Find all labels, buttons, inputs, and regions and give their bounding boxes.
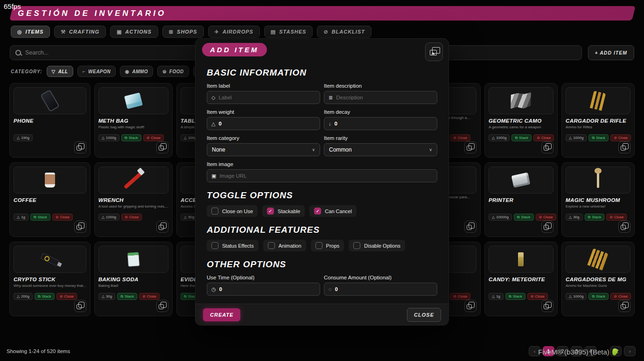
toggle-can-cancel[interactable]: ✓Can Cancel xyxy=(309,205,356,217)
category-chip-food[interactable]: ⊜FOOD xyxy=(157,66,189,77)
item-description: Why would someone ever buy money that... xyxy=(14,284,86,288)
item-label-input[interactable] xyxy=(218,95,315,100)
tab-items[interactable]: ◎ITEMS xyxy=(11,26,50,38)
item-card-cargador-de-rifle[interactable]: CARGADOR DE RIFLEAmmo for Rifles△1000g⧉S… xyxy=(561,83,635,158)
badge-label: 10000g xyxy=(496,215,509,219)
item-card-geometric-camo[interactable]: GEOMETRIC CAMOA geometric camo for a wea… xyxy=(484,83,558,158)
copy-item-button[interactable] xyxy=(541,141,553,153)
stack-badge: ⧉Stack xyxy=(35,293,55,300)
weight-badge: △30g xyxy=(566,214,583,221)
consume-amount-input[interactable] xyxy=(335,286,433,292)
category-chip-weapon[interactable]: ⌐WEAPON xyxy=(77,66,116,77)
item-image xyxy=(98,246,168,273)
checkbox-label: Status Effects xyxy=(222,243,254,249)
use-time-input[interactable] xyxy=(219,286,315,292)
copy-item-button[interactable] xyxy=(74,300,86,312)
weapon-icon: ⌐ xyxy=(83,69,85,74)
copy-item-button[interactable] xyxy=(541,300,553,312)
tab-label: SHOPS xyxy=(177,29,197,35)
tab-airdrops[interactable]: ✈AIRDROPS xyxy=(208,26,260,38)
badge-label: 50g xyxy=(188,215,194,219)
modal-footer: CREATE CLOSE xyxy=(196,304,448,325)
weight-icon: △ xyxy=(569,294,572,299)
weight-badge: △30g xyxy=(98,293,116,300)
feature-disable-options[interactable]: Disable Options xyxy=(349,240,405,251)
toggle-stackable[interactable]: ✓Stackable xyxy=(262,205,305,217)
badge-label: Close xyxy=(147,294,156,299)
bullets3-art xyxy=(590,90,606,111)
create-button[interactable]: CREATE xyxy=(203,308,240,321)
add-item-button[interactable]: + ADD ITEM xyxy=(588,45,634,60)
copy-item-button[interactable] xyxy=(464,141,476,153)
close-button[interactable]: CLOSE xyxy=(407,308,441,322)
feature-props[interactable]: Props xyxy=(311,240,344,251)
copy-item-button[interactable] xyxy=(618,221,630,233)
checkbox-checked[interactable]: ✓ xyxy=(314,208,321,215)
category-chip-ammo[interactable]: ◉AMMO xyxy=(120,66,153,77)
item-image xyxy=(489,87,553,114)
checkbox-unchecked[interactable] xyxy=(268,242,275,249)
item-card-cargadores-de-mg[interactable]: CARGADORES DE MGAmmo for Machine Guns△10… xyxy=(561,242,635,316)
item-weight-input[interactable] xyxy=(218,121,315,126)
copy-item-button[interactable] xyxy=(541,221,553,233)
copy-image-button[interactable] xyxy=(425,42,443,61)
item-card-magic-mushroom[interactable]: MAGIC MUSHROOMExplore a new universe!△30… xyxy=(561,162,635,237)
copy-item-button[interactable] xyxy=(156,300,168,312)
next-page-button[interactable]: › xyxy=(624,346,636,356)
item-card-meth-bag[interactable]: METH BAGPlastic bag with magic stuff!△10… xyxy=(94,83,173,158)
copy-item-button[interactable] xyxy=(618,141,630,153)
copy-item-button[interactable] xyxy=(618,300,630,312)
item-card-coffee[interactable]: COFFEE△1g⧉Stack⊘Close xyxy=(9,162,91,237)
tab-shops[interactable]: ⊞SHOPS xyxy=(162,26,204,38)
copy-item-button[interactable] xyxy=(464,221,476,233)
tab-crafting[interactable]: ⚒CRAFTING xyxy=(54,26,106,38)
tab-label: AIRDROPS xyxy=(223,29,253,35)
tab-actions[interactable]: ▣ACTIONS xyxy=(110,26,158,38)
stack-icon: ⧉ xyxy=(34,215,36,220)
toggle-close-on-use[interactable]: Close on Use xyxy=(207,205,258,217)
feature-animation[interactable]: Animation xyxy=(263,240,306,251)
stack-icon: ⧉ xyxy=(38,294,41,299)
copy-item-button[interactable] xyxy=(74,221,86,233)
copy-icon xyxy=(544,146,549,151)
copy-item-button[interactable] xyxy=(156,141,168,153)
badge-label: Stack xyxy=(519,136,528,140)
weight-icon: △ xyxy=(184,136,187,140)
item-weight-field: △ xyxy=(207,117,320,130)
crafting-hammer-icon: ⚒ xyxy=(61,29,66,35)
item-decay-input[interactable] xyxy=(335,121,433,126)
item-category-field-label: Item category xyxy=(207,135,320,141)
stack-icon: ⧉ xyxy=(184,294,187,299)
item-image-input[interactable] xyxy=(219,173,433,179)
checkbox-unchecked[interactable] xyxy=(211,242,218,249)
close-icon: ⊘ xyxy=(453,136,456,140)
item-card-wrench[interactable]: WRENCHA tool used for gripping and turni… xyxy=(94,162,173,237)
checkbox-checked[interactable]: ✓ xyxy=(267,208,274,215)
section-other-options: OTHER OPTIONS xyxy=(207,259,437,270)
checkbox-unchecked[interactable] xyxy=(315,242,322,249)
item-description-input[interactable] xyxy=(336,95,433,100)
copy-item-button[interactable] xyxy=(156,221,168,233)
tab-stashes[interactable]: ▤STASHES xyxy=(264,26,313,38)
item-rarity-select[interactable]: Common ∨ xyxy=(324,143,437,156)
section-additional-features: ADDITIONAL FEATURES xyxy=(207,225,437,235)
item-card-baking-soda[interactable]: BAKING SODABaking Bad!△30g⧉Stack⊘Close xyxy=(94,242,173,316)
modal-title: ADD ITEM xyxy=(202,43,267,56)
item-card-printer[interactable]: PRINTER△10000g⧉Stack⊘Close xyxy=(484,162,558,237)
item-category-select[interactable]: None ∨ xyxy=(207,143,320,156)
consume-icon: ◌ xyxy=(329,286,332,292)
showing-count: Showing 1-24 of 520 items xyxy=(7,348,70,354)
checkbox-unchecked[interactable] xyxy=(353,242,360,249)
checkbox-unchecked[interactable] xyxy=(211,208,218,215)
tab-blacklist[interactable]: ⊘BLACKLIST xyxy=(317,26,371,38)
copy-item-button[interactable] xyxy=(74,141,86,153)
weight-badge: △10000g xyxy=(489,214,512,221)
item-card-phone[interactable]: PHONE△190g xyxy=(9,83,91,158)
weight-icon: △ xyxy=(492,215,495,219)
feature-status-effects[interactable]: Status Effects xyxy=(207,240,259,251)
copy-item-button[interactable] xyxy=(464,300,476,312)
item-card-crypto-stick[interactable]: CRYPTO STICKWhy would someone ever buy m… xyxy=(9,242,91,316)
category-chip-all[interactable]: ▽ALL xyxy=(47,66,73,77)
item-title: METH BAG xyxy=(98,118,168,124)
item-card-candy-meteorite[interactable]: CANDY: METEORITE△1g⧉Stack⊘Close xyxy=(484,242,558,316)
